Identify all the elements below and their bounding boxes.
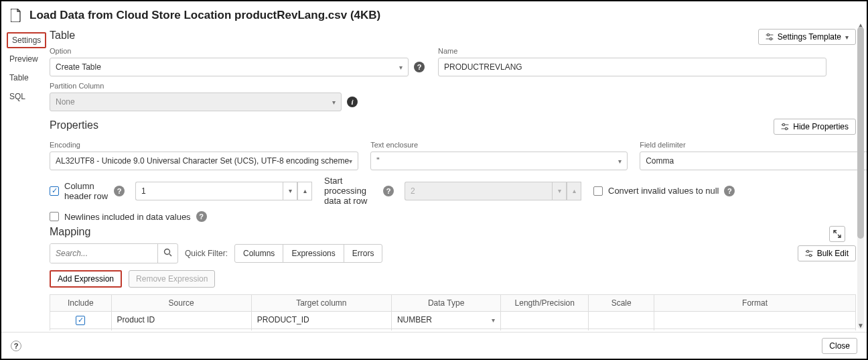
partition-value: None: [56, 97, 75, 107]
sidebar-item-sql[interactable]: SQL: [1, 87, 43, 106]
datatype-select[interactable]: VARCHAR2▾: [392, 330, 500, 331]
cell-target[interactable]: PRODUCT_NAME: [251, 328, 391, 331]
help-icon[interactable]: [414, 62, 425, 72]
cell-target[interactable]: PRODUCT_ID: [251, 312, 391, 329]
spin-up-button[interactable]: ▴: [297, 182, 312, 200]
spin-down-button[interactable]: ▾: [283, 182, 297, 200]
quick-filter-label: Quick Filter:: [185, 249, 228, 258]
svg-point-12: [806, 250, 808, 252]
field-delim-label: Field delimiter: [640, 141, 867, 149]
settings-template-label: Settings Template: [778, 32, 841, 42]
text-enclosure-select[interactable]: " ▾: [370, 152, 628, 170]
cell-length[interactable]: [501, 312, 589, 329]
column-header-row-input[interactable]: 1: [135, 182, 283, 200]
sidebar-item-preview[interactable]: Preview: [1, 50, 43, 68]
name-input[interactable]: PRODUCTREVLANG: [438, 58, 826, 76]
file-icon: [11, 8, 23, 23]
svg-line-9: [169, 254, 171, 256]
chevron-down-icon: ▾: [349, 158, 352, 165]
hide-properties-button[interactable]: Hide Properties: [774, 119, 856, 135]
quick-filter-errors[interactable]: Errors: [344, 245, 382, 262]
table-row: Product Name PRODUCT_NAME VARCHAR2▾ Auto…: [50, 328, 856, 331]
spin-up-button: ▴: [567, 182, 581, 200]
column-header-row-checkbox[interactable]: [50, 186, 59, 196]
search-input[interactable]: [50, 244, 157, 263]
spin-down-button: ▾: [552, 182, 567, 200]
close-button[interactable]: Close: [822, 338, 857, 354]
length-select[interactable]: Auto▾: [501, 330, 588, 331]
column-header-row-value: 1: [141, 186, 146, 196]
encoding-label: Encoding: [50, 141, 358, 149]
help-icon[interactable]: [383, 186, 394, 196]
cell-scale[interactable]: [589, 312, 654, 329]
newlines-checkbox[interactable]: [50, 212, 59, 221]
sidebar-item-table[interactable]: Table: [1, 68, 43, 87]
svg-point-2: [767, 34, 769, 36]
help-icon[interactable]: [724, 186, 735, 196]
quick-filter-columns[interactable]: Columns: [235, 245, 283, 262]
option-label: Option: [50, 47, 425, 55]
mapping-table: Include Source Target column Data Type L…: [50, 294, 856, 331]
name-label: Name: [438, 47, 826, 55]
page-title: Load Data from Cloud Store Location prod…: [29, 9, 380, 22]
option-value: Create Table: [56, 62, 101, 72]
col-format: Format: [654, 295, 856, 312]
text-enclosure-label: Text enclosure: [370, 141, 628, 149]
bulk-edit-button[interactable]: Bulk Edit: [798, 245, 856, 261]
scrollbar-thumb[interactable]: [857, 27, 864, 239]
chevron-down-icon: ▾: [492, 316, 495, 324]
search-button[interactable]: [157, 244, 177, 263]
start-row-input: 2: [405, 182, 552, 200]
expand-icon[interactable]: [829, 226, 845, 242]
sliders-icon: [766, 33, 774, 41]
cell-source: Product ID: [111, 312, 251, 329]
include-checkbox[interactable]: [76, 316, 85, 325]
column-header-row-label: Column header row: [64, 181, 108, 201]
bulk-edit-label: Bulk Edit: [817, 249, 849, 258]
settings-template-button[interactable]: Settings Template: [758, 29, 856, 45]
section-title-properties: Properties: [50, 119, 98, 131]
quick-filter-expressions[interactable]: Expressions: [283, 245, 344, 262]
start-row-label: Start processing data at row: [324, 176, 378, 206]
sliders-icon: [805, 249, 813, 257]
scroll-down-arrow[interactable]: ▼: [857, 322, 865, 329]
search-box: [50, 243, 178, 263]
svg-point-3: [770, 38, 772, 40]
search-icon: [163, 248, 172, 259]
datatype-value: NUMBER: [397, 315, 432, 324]
sidebar: Settings Preview Table SQL: [1, 27, 43, 331]
field-delim-select[interactable]: Comma ▾: [640, 152, 867, 170]
convert-invalid-checkbox[interactable]: [593, 186, 603, 196]
newlines-label: Newlines included in data values: [64, 212, 191, 222]
col-target: Target column: [251, 295, 391, 312]
svg-point-6: [783, 123, 785, 125]
encoding-select[interactable]: AL32UTF8 - Unicode 9.0 Universal Charact…: [50, 152, 358, 170]
help-button[interactable]: [11, 341, 21, 351]
cell-scale[interactable]: [589, 328, 654, 331]
start-row-value: 2: [411, 186, 415, 196]
scrollbar[interactable]: [857, 27, 864, 329]
sliders-icon: [781, 123, 789, 131]
encoding-value: AL32UTF8 - Unicode 9.0 Universal Charact…: [56, 156, 349, 166]
hide-properties-label: Hide Properties: [793, 122, 849, 131]
help-icon[interactable]: [196, 211, 207, 222]
partition-label: Partition Column: [50, 82, 358, 90]
col-include: Include: [50, 295, 112, 312]
datatype-select[interactable]: NUMBER▾: [392, 312, 500, 327]
section-title-table: Table: [50, 29, 75, 42]
option-select[interactable]: Create Table ▾: [50, 58, 409, 76]
info-icon[interactable]: [347, 97, 358, 107]
text-enclosure-value: ": [376, 156, 379, 166]
partition-select: None ▾: [50, 93, 342, 111]
add-expression-button[interactable]: Add Expression: [51, 272, 121, 286]
chevron-down-icon: ▾: [332, 99, 336, 106]
help-icon[interactable]: [114, 186, 125, 196]
field-delim-value: Comma: [646, 156, 674, 166]
cell-format[interactable]: [654, 312, 856, 329]
col-source: Source: [111, 295, 251, 312]
sidebar-item-settings[interactable]: Settings: [7, 32, 46, 48]
col-length: Length/Precision: [501, 295, 589, 312]
table-row: Product ID PRODUCT_ID NUMBER▾: [50, 312, 856, 329]
cell-format[interactable]: [654, 328, 856, 331]
svg-point-8: [165, 249, 170, 255]
